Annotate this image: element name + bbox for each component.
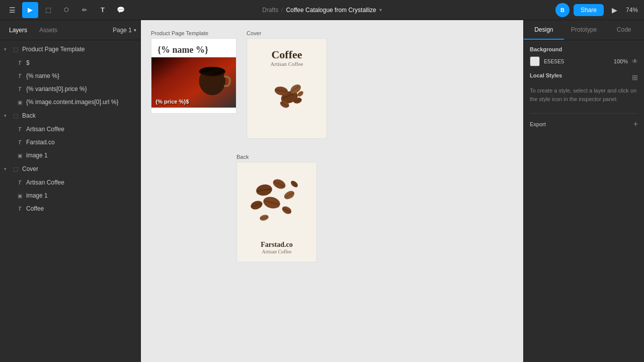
main-layout: Layers Assets Page 1 ▾ ▾ ⬚ Product Page … bbox=[0, 20, 644, 362]
export-label: Export bbox=[530, 121, 546, 127]
frame-icon: ⬚ bbox=[12, 113, 19, 119]
expand-arrow: ▾ bbox=[4, 166, 9, 171]
background-color-value[interactable]: E5E5E5 bbox=[544, 58, 610, 64]
back-frame-col: Back bbox=[236, 154, 513, 262]
back-beans-svg bbox=[244, 170, 309, 228]
cover-title: Coffee bbox=[271, 49, 302, 61]
right-panel-content: Background E5E5E5 100% 👁 Local Styles ⊞ … bbox=[524, 40, 644, 362]
image-icon: ▣ bbox=[16, 153, 23, 158]
back-company-text: Farstad.co Artisan Coffee bbox=[261, 241, 292, 254]
visibility-icon[interactable]: 👁 bbox=[632, 58, 638, 65]
frame-tool-button[interactable]: ⬚ bbox=[40, 2, 56, 18]
text-icon: T bbox=[16, 180, 23, 186]
back-company-name: Farstad.co bbox=[261, 241, 292, 249]
canvas[interactable]: Product Page Template {% name %} bbox=[141, 20, 523, 362]
menu-button[interactable]: ☰ bbox=[4, 2, 20, 18]
layer-item-image1[interactable]: ▣ image 1 bbox=[12, 149, 140, 162]
tab-layers[interactable]: Layers bbox=[4, 25, 32, 36]
text-icon: T bbox=[16, 140, 23, 145]
background-color-swatch[interactable] bbox=[530, 56, 540, 66]
back-frame-row: Back bbox=[236, 154, 513, 262]
background-section-title: Background bbox=[530, 46, 638, 52]
local-styles-header: Local Styles ⊞ bbox=[530, 72, 638, 82]
local-styles-title: Local Styles bbox=[530, 72, 562, 78]
project-dropdown-icon[interactable]: ▾ bbox=[379, 7, 382, 13]
layer-item-farstad[interactable]: T Farstad.co bbox=[12, 136, 140, 149]
export-section: Export + bbox=[530, 113, 638, 129]
expand-arrow: ▾ bbox=[4, 113, 9, 118]
panel-tabs: Layers Assets Page 1 ▾ bbox=[0, 20, 140, 40]
frame-icon: ⬚ bbox=[12, 46, 19, 53]
comment-tool-button[interactable]: 💬 bbox=[113, 2, 129, 18]
cover-frame-col: Cover Coffee Artisan Coffee bbox=[247, 30, 327, 139]
text-icon: T bbox=[16, 86, 23, 92]
local-styles-section: Local Styles ⊞ To create a style, select… bbox=[530, 72, 638, 103]
layer-item-cover-artisan[interactable]: T Artisan Coffee bbox=[12, 176, 140, 189]
page-selector-arrow: ▾ bbox=[134, 28, 136, 33]
comment-icon: 💬 bbox=[117, 6, 125, 14]
frame-icon: ⬚ bbox=[45, 6, 51, 14]
expand-arrow: ▾ bbox=[4, 47, 9, 52]
pen-icon: ✏ bbox=[82, 7, 87, 14]
zoom-level[interactable]: 74% bbox=[626, 7, 638, 14]
image-icon: ▣ bbox=[16, 193, 23, 199]
select-icon: ▶ bbox=[28, 6, 33, 14]
page-selector[interactable]: Page 1 ▾ bbox=[113, 27, 136, 34]
layer-item-name[interactable]: T {% name %} bbox=[12, 69, 140, 82]
local-styles-hint: To create a style, select a layer and cl… bbox=[530, 86, 638, 103]
toolbar-center: Drafts / Coffee Catalogue from Crystalli… bbox=[262, 7, 382, 14]
right-panel: Design Prototype Code Background E5E5E5 … bbox=[523, 20, 644, 362]
shapes-icon: ⬡ bbox=[64, 7, 69, 13]
product-page-frame-col: Product Page Template {% name %} bbox=[151, 30, 236, 114]
cover-subtitle: Artisan Coffee bbox=[271, 61, 303, 67]
text-tool-button[interactable]: T bbox=[95, 2, 111, 18]
layer-group-cover: ▾ ⬚ Cover T Artisan Coffee ▣ image 1 T bbox=[0, 162, 140, 215]
export-add-button[interactable]: + bbox=[633, 120, 638, 129]
background-opacity[interactable]: 100% bbox=[614, 58, 628, 64]
layer-item-artisan-coffee[interactable]: T Artisan Coffee bbox=[12, 123, 140, 136]
tab-prototype[interactable]: Prototype bbox=[564, 20, 604, 40]
left-panel: Layers Assets Page 1 ▾ ▾ ⬚ Product Page … bbox=[0, 20, 141, 362]
layer-group-product-page-header[interactable]: ▾ ⬚ Product Page Template bbox=[0, 42, 140, 56]
shapes-tool-button[interactable]: ⬡ bbox=[58, 2, 74, 18]
cover-frame[interactable]: Coffee Artisan Coffee bbox=[247, 38, 327, 139]
cover-children: T Artisan Coffee ▣ image 1 T Coffee bbox=[0, 176, 140, 215]
frame-icon: ⬚ bbox=[12, 166, 19, 172]
share-button[interactable]: Share bbox=[574, 4, 604, 16]
text-icon: T bbox=[101, 6, 105, 14]
back-frame[interactable]: Farstad.co Artisan Coffee bbox=[236, 162, 317, 262]
tab-design[interactable]: Design bbox=[524, 20, 564, 40]
play-button[interactable]: ▶ bbox=[608, 3, 622, 17]
back-frame-label: Back bbox=[236, 154, 513, 160]
layer-group-back-header[interactable]: ▾ ⬚ Back bbox=[0, 109, 140, 123]
product-page-frame[interactable]: {% name %} bbox=[151, 38, 236, 114]
layer-item-image-url[interactable]: ▣ {% image.content.images[0].url %} bbox=[12, 96, 140, 109]
tab-assets[interactable]: Assets bbox=[34, 25, 62, 36]
image-icon: ▣ bbox=[16, 100, 23, 105]
layer-item-cover-image[interactable]: ▣ image 1 bbox=[12, 189, 140, 202]
project-title[interactable]: Coffee Catalogue from Crystallize bbox=[286, 7, 376, 14]
layer-group-cover-header[interactable]: ▾ ⬚ Cover bbox=[0, 162, 140, 176]
pen-tool-button[interactable]: ✏ bbox=[76, 2, 93, 18]
layer-item-price[interactable]: T {% variants[0].price %} bbox=[12, 82, 140, 96]
toolbar-right: B Share ▶ 74% bbox=[549, 3, 644, 17]
layers-panel: ▾ ⬚ Product Page Template T $ T {% name … bbox=[0, 40, 140, 362]
toolbar-left: ☰ ▶ ⬚ ⬡ ✏ T 💬 bbox=[0, 2, 141, 18]
user-avatar[interactable]: B bbox=[555, 3, 570, 17]
coffee-cup-svg bbox=[196, 60, 233, 98]
add-style-icon[interactable]: ⊞ bbox=[632, 73, 638, 81]
canvas-inner: Product Page Template {% name %} bbox=[141, 20, 523, 362]
export-row: Export + bbox=[530, 120, 638, 129]
layer-label-cover: Cover bbox=[22, 165, 38, 172]
toolbar: ☰ ▶ ⬚ ⬡ ✏ T 💬 Drafts / Coffee Catalogue … bbox=[0, 0, 644, 20]
layer-item-dollar[interactable]: T $ bbox=[12, 56, 140, 69]
layer-item-cover-coffee[interactable]: T Coffee bbox=[12, 202, 140, 215]
background-row: E5E5E5 100% 👁 bbox=[530, 56, 638, 66]
tab-code[interactable]: Code bbox=[604, 20, 644, 40]
cover-frame-label: Cover bbox=[247, 30, 327, 36]
layer-group-product-page: ▾ ⬚ Product Page Template T $ T {% name … bbox=[0, 42, 140, 109]
select-tool-button[interactable]: ▶ bbox=[22, 2, 38, 18]
back-children: T Artisan Coffee T Farstad.co ▣ image 1 bbox=[0, 123, 140, 162]
breadcrumb-drafts[interactable]: Drafts bbox=[262, 7, 278, 14]
layer-group-back: ▾ ⬚ Back T Artisan Coffee T Farstad.co ▣ bbox=[0, 109, 140, 162]
